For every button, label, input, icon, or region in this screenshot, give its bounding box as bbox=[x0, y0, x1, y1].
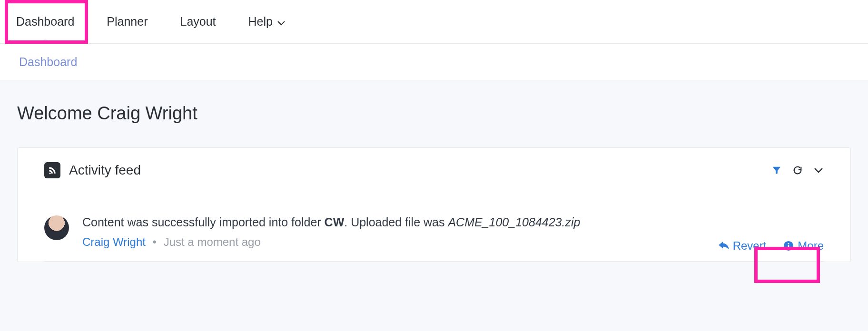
tab-help[interactable]: Help bbox=[232, 0, 301, 43]
svg-rect-1 bbox=[788, 245, 789, 248]
breadcrumb-bar: Dashboard bbox=[0, 44, 868, 80]
card-header: Activity feed bbox=[44, 162, 824, 178]
revert-label: Revert bbox=[733, 239, 767, 253]
msg-prefix: Content was successfully imported into f… bbox=[82, 215, 325, 229]
activity-meta: Craig Wright • Just a moment ago bbox=[82, 235, 580, 249]
top-nav: Dashboard Planner Layout Help bbox=[0, 0, 868, 44]
tab-label: Planner bbox=[107, 15, 148, 29]
reply-icon bbox=[719, 242, 729, 250]
chevron-down-icon[interactable] bbox=[813, 165, 824, 175]
msg-folder: CW bbox=[325, 215, 345, 229]
activity-body: Content was successfully imported into f… bbox=[82, 214, 580, 249]
card-title: Activity feed bbox=[69, 163, 771, 178]
meta-separator: • bbox=[153, 235, 157, 248]
filter-icon[interactable] bbox=[771, 165, 782, 175]
avatar bbox=[44, 215, 69, 240]
tab-planner[interactable]: Planner bbox=[90, 0, 164, 43]
page-title: Welcome Craig Wright bbox=[17, 103, 851, 124]
main-content: Welcome Craig Wright Activity feed bbox=[0, 80, 868, 331]
msg-mid: . Uploaded file was bbox=[344, 215, 448, 229]
more-button[interactable]: More bbox=[783, 239, 824, 253]
info-icon bbox=[783, 241, 794, 251]
tab-label: Layout bbox=[180, 15, 216, 29]
activity-feed-list: Content was successfully imported into f… bbox=[44, 214, 824, 262]
activity-author[interactable]: Craig Wright bbox=[82, 235, 146, 248]
activity-time: Just a moment ago bbox=[164, 235, 261, 248]
activity-message: Content was successfully imported into f… bbox=[82, 214, 580, 231]
activity-feed-card: Activity feed Content was successfully i bbox=[17, 147, 851, 262]
rss-icon bbox=[44, 162, 60, 178]
revert-button[interactable]: Revert bbox=[719, 239, 767, 253]
msg-filename: ACME_100_1084423.zip bbox=[448, 215, 580, 229]
tab-layout[interactable]: Layout bbox=[164, 0, 232, 43]
card-actions bbox=[771, 165, 824, 175]
activity-item-actions: Revert More bbox=[719, 239, 824, 253]
tab-label: Help bbox=[248, 15, 273, 29]
chevron-down-icon bbox=[277, 15, 285, 29]
breadcrumb[interactable]: Dashboard bbox=[19, 55, 77, 69]
activity-feed-item: Content was successfully imported into f… bbox=[44, 214, 824, 262]
svg-point-2 bbox=[788, 243, 789, 244]
tab-label: Dashboard bbox=[16, 15, 74, 29]
more-label: More bbox=[798, 239, 824, 253]
refresh-icon[interactable] bbox=[792, 165, 803, 175]
tab-dashboard[interactable]: Dashboard bbox=[0, 0, 90, 43]
